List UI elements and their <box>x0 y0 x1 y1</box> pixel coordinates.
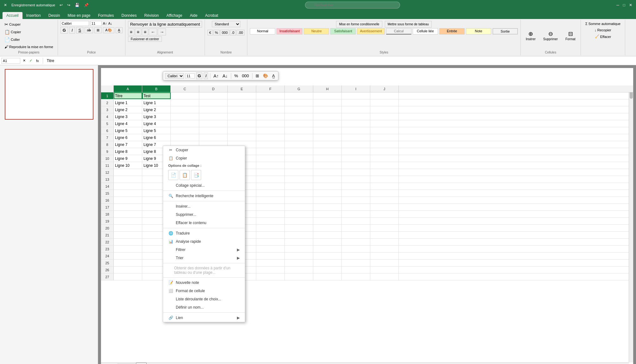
comma-button[interactable]: 000 <box>220 30 229 35</box>
list-item[interactable] <box>370 92 399 99</box>
context-menu-item-recherche[interactable]: 🔍Recherche intelligente <box>163 192 245 200</box>
list-item[interactable] <box>342 197 370 204</box>
list-item[interactable] <box>114 267 142 273</box>
list-item[interactable] <box>313 232 342 238</box>
list-item[interactable] <box>285 127 313 134</box>
list-item[interactable] <box>313 260 342 266</box>
list-item[interactable] <box>342 204 370 210</box>
list-item[interactable] <box>256 232 285 238</box>
list-item[interactable] <box>342 232 370 238</box>
list-item[interactable] <box>370 120 399 127</box>
list-item[interactable] <box>370 211 399 217</box>
decrease-font-button[interactable]: A↓ <box>108 22 112 25</box>
list-item[interactable] <box>342 162 370 169</box>
list-item[interactable] <box>285 232 313 238</box>
list-item[interactable] <box>342 169 370 176</box>
list-item[interactable] <box>313 148 342 155</box>
style-input[interactable]: Entrée <box>439 28 465 35</box>
list-item[interactable] <box>285 197 313 204</box>
insert-cells-button[interactable]: ⊕ Insérer <box>523 29 538 42</box>
currency-button[interactable]: € <box>207 30 213 35</box>
context-menu-item-inserer[interactable]: Insérer... <box>163 202 245 210</box>
cell-reference-input[interactable] <box>1 58 20 64</box>
style-good[interactable]: Satisfaisant <box>330 28 356 35</box>
row-number[interactable]: 22 <box>101 239 114 245</box>
list-item[interactable] <box>228 134 256 141</box>
wrap-text-button[interactable]: Renvoyer à la ligne automatiquement <box>128 21 202 28</box>
list-item[interactable] <box>313 183 342 190</box>
tab-formules[interactable]: Formules <box>94 12 118 19</box>
list-item[interactable] <box>313 169 342 176</box>
list-item[interactable] <box>342 127 370 134</box>
float-bold-button[interactable]: G <box>196 72 202 79</box>
list-item[interactable] <box>342 225 370 231</box>
list-item[interactable] <box>313 225 342 231</box>
col-header-j[interactable]: J <box>370 85 399 92</box>
list-item[interactable] <box>256 218 285 224</box>
style-calc[interactable]: Calcul <box>386 28 411 35</box>
row-number[interactable]: 19 <box>101 218 114 224</box>
style-linked[interactable]: Cellule liée <box>413 28 438 35</box>
row-number[interactable]: 10 <box>101 155 114 162</box>
list-item[interactable]: Ligne 4 <box>142 120 171 127</box>
list-item[interactable] <box>370 148 399 155</box>
list-item[interactable]: Ligne 4 <box>114 120 142 127</box>
float-border-button[interactable]: ⊞ <box>254 73 260 79</box>
context-menu-item-supprimer[interactable]: Supprimer... <box>163 210 245 219</box>
fill-button[interactable]: ↓ Recopier <box>593 27 613 33</box>
list-item[interactable] <box>342 183 370 190</box>
list-item[interactable] <box>342 260 370 266</box>
list-item[interactable] <box>171 134 199 141</box>
list-item[interactable]: Ligne 3 <box>142 113 171 120</box>
list-item[interactable] <box>313 120 342 127</box>
list-item[interactable] <box>171 113 199 120</box>
context-menu-item-format[interactable]: ⬜Format de cellule <box>163 287 245 295</box>
list-item[interactable] <box>256 155 285 162</box>
float-italic-button[interactable]: I <box>204 72 208 79</box>
list-item[interactable] <box>342 239 370 245</box>
list-item[interactable]: Ligne 1 <box>142 99 171 106</box>
list-item[interactable] <box>171 106 199 113</box>
align-right-button[interactable]: ≡ <box>142 28 148 35</box>
list-item[interactable] <box>313 162 342 169</box>
italic-button[interactable]: I <box>69 27 75 34</box>
conditional-format-button[interactable]: Mise en forme conditionnelle <box>336 21 382 28</box>
list-item[interactable] <box>370 246 399 252</box>
list-item[interactable] <box>256 120 285 127</box>
float-font-selector[interactable]: Calibri <box>165 73 184 79</box>
row-number[interactable]: 15 <box>101 190 114 197</box>
list-item[interactable] <box>171 99 199 106</box>
col-header-b[interactable]: B <box>142 85 171 92</box>
list-item[interactable] <box>342 134 370 141</box>
list-item[interactable]: Test <box>142 92 171 99</box>
list-item[interactable] <box>256 106 285 113</box>
row-number[interactable]: 18 <box>101 211 114 217</box>
tab-insertion[interactable]: Insertion <box>22 12 45 19</box>
add-sheet-button[interactable]: ＋ <box>136 362 147 364</box>
context-menu-item-lien[interactable]: 🔗Lien▶ <box>163 314 245 322</box>
tab-affichage[interactable]: Affichage <box>163 12 186 19</box>
coller-button[interactable]: 📄 Coller <box>3 36 55 43</box>
font-color-button[interactable]: A̲ <box>116 27 123 33</box>
paste-option-button[interactable]: 📄 <box>168 170 178 180</box>
list-item[interactable] <box>256 225 285 231</box>
list-item[interactable] <box>370 162 399 169</box>
row-number[interactable]: 25 <box>101 260 114 266</box>
row-number[interactable]: 8 <box>101 141 114 148</box>
list-item[interactable] <box>342 120 370 127</box>
list-item[interactable] <box>370 183 399 190</box>
list-item[interactable] <box>256 134 285 141</box>
list-item[interactable] <box>313 211 342 217</box>
row-number[interactable]: 23 <box>101 246 114 252</box>
list-item[interactable] <box>313 127 342 134</box>
float-percent-button[interactable]: % <box>233 73 239 79</box>
list-item[interactable]: Ligne 6 <box>114 134 142 141</box>
list-item[interactable] <box>256 253 285 259</box>
list-item[interactable] <box>256 99 285 106</box>
list-item[interactable] <box>313 190 342 197</box>
list-item[interactable] <box>256 162 285 169</box>
list-item[interactable] <box>313 155 342 162</box>
list-item[interactable] <box>313 197 342 204</box>
list-item[interactable] <box>370 204 399 210</box>
list-item[interactable]: Ligne 5 <box>114 127 142 134</box>
